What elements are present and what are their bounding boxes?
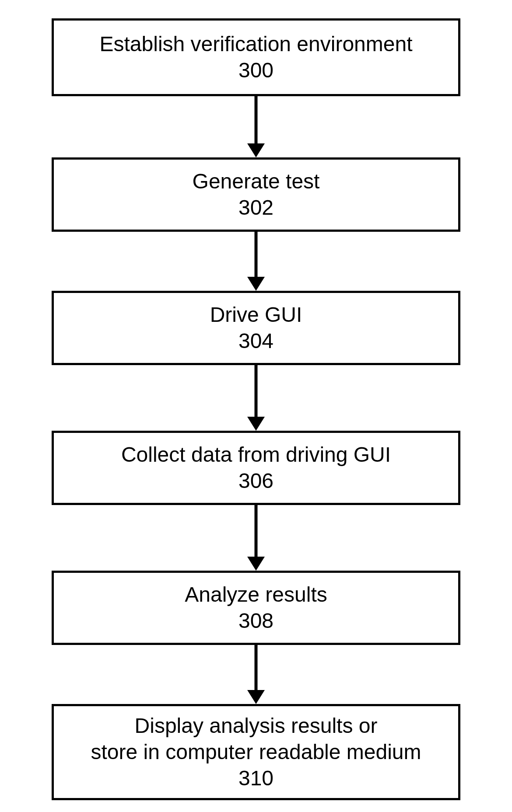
flow-node-number: 300 [238, 57, 274, 84]
flow-node-304: Drive GUI 304 [52, 291, 460, 365]
flow-node-label: Establish verification environment [99, 31, 412, 57]
flow-node-302: Generate test 302 [52, 157, 460, 232]
flow-node-308: Analyze results 308 [52, 571, 460, 645]
flow-node-310: Display analysis results or store in com… [52, 704, 460, 800]
flow-node-number: 306 [238, 468, 274, 494]
flow-node-label: Generate test [193, 168, 320, 195]
flow-node-306: Collect data from driving GUI 306 [52, 431, 460, 505]
flow-node-number: 308 [238, 608, 274, 634]
flow-node-300: Establish verification environment 300 [52, 18, 460, 96]
flow-node-label: Drive GUI [210, 302, 302, 328]
flow-node-number: 304 [238, 328, 274, 354]
flow-node-label: Collect data from driving GUI [121, 442, 391, 468]
flow-node-number: 302 [238, 195, 274, 221]
flow-node-number: 310 [238, 765, 274, 791]
flow-node-label: Analyze results [185, 582, 327, 608]
flowchart-canvas: Establish verification environment 300 G… [0, 0, 512, 812]
flow-node-label: Display analysis results or store in com… [91, 713, 421, 765]
